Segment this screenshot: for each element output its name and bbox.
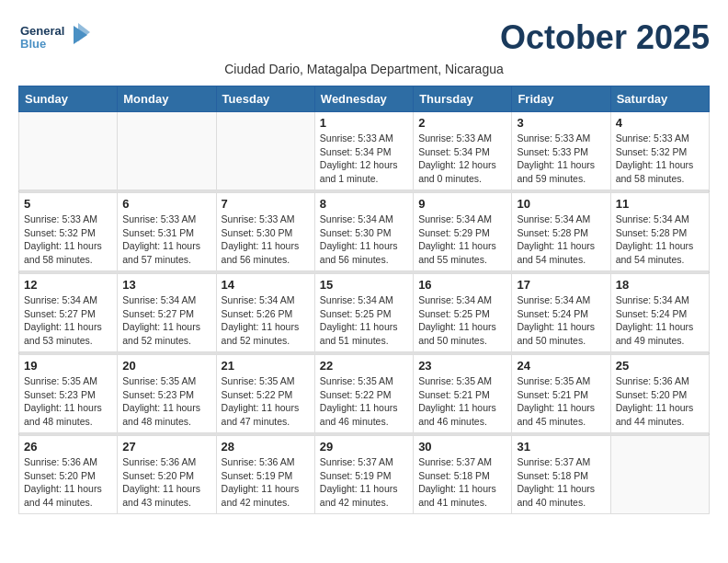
day-info: Sunrise: 5:33 AM Sunset: 5:32 PM Dayligh… — [24, 213, 112, 267]
day-info: Sunrise: 5:34 AM Sunset: 5:29 PM Dayligh… — [418, 213, 506, 267]
calendar-cell: 10Sunrise: 5:34 AM Sunset: 5:28 PM Dayli… — [512, 193, 610, 271]
day-info: Sunrise: 5:37 AM Sunset: 5:18 PM Dayligh… — [517, 455, 605, 510]
day-info: Sunrise: 5:34 AM Sunset: 5:25 PM Dayligh… — [418, 293, 506, 348]
day-number: 24 — [517, 359, 605, 373]
logo-svg: General Blue — [18, 18, 92, 55]
calendar-cell: 28Sunrise: 5:36 AM Sunset: 5:19 PM Dayli… — [216, 436, 314, 514]
day-info: Sunrise: 5:33 AM Sunset: 5:30 PM Dayligh… — [222, 213, 310, 267]
day-info: Sunrise: 5:37 AM Sunset: 5:19 PM Dayligh… — [320, 455, 408, 510]
day-info: Sunrise: 5:34 AM Sunset: 5:24 PM Dayligh… — [616, 293, 704, 348]
calendar-cell: 25Sunrise: 5:36 AM Sunset: 5:20 PM Dayli… — [610, 355, 709, 433]
day-number: 25 — [616, 359, 704, 373]
day-info: Sunrise: 5:34 AM Sunset: 5:30 PM Dayligh… — [320, 213, 408, 267]
calendar-cell: 3Sunrise: 5:33 AM Sunset: 5:33 PM Daylig… — [512, 112, 610, 190]
calendar-cell: 19Sunrise: 5:35 AM Sunset: 5:23 PM Dayli… — [19, 355, 118, 433]
calendar-week-1: 1Sunrise: 5:33 AM Sunset: 5:34 PM Daylig… — [19, 112, 710, 190]
calendar-cell: 13Sunrise: 5:34 AM Sunset: 5:27 PM Dayli… — [118, 274, 216, 352]
calendar-week-3: 12Sunrise: 5:34 AM Sunset: 5:27 PM Dayli… — [19, 274, 710, 352]
calendar-week-5: 26Sunrise: 5:36 AM Sunset: 5:20 PM Dayli… — [19, 436, 710, 514]
day-info: Sunrise: 5:33 AM Sunset: 5:31 PM Dayligh… — [122, 213, 210, 267]
day-number: 9 — [418, 197, 506, 211]
calendar-cell: 24Sunrise: 5:35 AM Sunset: 5:21 PM Dayli… — [512, 355, 610, 433]
day-number: 6 — [122, 197, 210, 211]
day-info: Sunrise: 5:33 AM Sunset: 5:34 PM Dayligh… — [320, 132, 408, 186]
calendar-cell: 7Sunrise: 5:33 AM Sunset: 5:30 PM Daylig… — [216, 193, 314, 271]
weekday-tuesday: Tuesday — [216, 86, 314, 112]
day-info: Sunrise: 5:36 AM Sunset: 5:20 PM Dayligh… — [122, 455, 210, 510]
day-number: 28 — [222, 440, 310, 454]
calendar-cell: 6Sunrise: 5:33 AM Sunset: 5:31 PM Daylig… — [118, 193, 216, 271]
day-number: 27 — [122, 440, 210, 454]
day-info: Sunrise: 5:34 AM Sunset: 5:28 PM Dayligh… — [616, 213, 704, 267]
calendar-week-2: 5Sunrise: 5:33 AM Sunset: 5:32 PM Daylig… — [19, 193, 710, 271]
day-number: 31 — [517, 440, 605, 454]
day-number: 8 — [320, 197, 408, 211]
day-number: 2 — [418, 116, 506, 130]
calendar-cell — [610, 436, 709, 514]
calendar-cell: 16Sunrise: 5:34 AM Sunset: 5:25 PM Dayli… — [414, 274, 512, 352]
calendar-cell: 27Sunrise: 5:36 AM Sunset: 5:20 PM Dayli… — [118, 436, 216, 514]
logo: General Blue — [18, 18, 92, 55]
calendar-cell: 20Sunrise: 5:35 AM Sunset: 5:23 PM Dayli… — [118, 355, 216, 433]
day-number: 18 — [616, 278, 704, 292]
day-info: Sunrise: 5:35 AM Sunset: 5:21 PM Dayligh… — [418, 374, 506, 429]
weekday-sunday: Sunday — [19, 86, 118, 112]
day-info: Sunrise: 5:35 AM Sunset: 5:21 PM Dayligh… — [517, 374, 605, 429]
calendar-cell: 12Sunrise: 5:34 AM Sunset: 5:27 PM Dayli… — [19, 274, 118, 352]
day-number: 16 — [418, 278, 506, 292]
day-info: Sunrise: 5:37 AM Sunset: 5:18 PM Dayligh… — [418, 455, 506, 510]
day-number: 3 — [517, 116, 605, 130]
day-number: 22 — [320, 359, 408, 373]
day-number: 15 — [320, 278, 408, 292]
calendar-cell: 18Sunrise: 5:34 AM Sunset: 5:24 PM Dayli… — [610, 274, 709, 352]
calendar-cell: 1Sunrise: 5:33 AM Sunset: 5:34 PM Daylig… — [314, 112, 413, 190]
calendar-cell: 2Sunrise: 5:33 AM Sunset: 5:34 PM Daylig… — [414, 112, 512, 190]
calendar-table: SundayMondayTuesdayWednesdayThursdayFrid… — [18, 86, 710, 514]
calendar-cell — [118, 112, 216, 190]
location-title: Ciudad Dario, Matagalpa Department, Nica… — [18, 62, 710, 76]
svg-text:General: General — [20, 24, 64, 38]
day-number: 26 — [24, 440, 112, 454]
calendar-cell: 8Sunrise: 5:34 AM Sunset: 5:30 PM Daylig… — [314, 193, 413, 271]
day-info: Sunrise: 5:35 AM Sunset: 5:23 PM Dayligh… — [24, 374, 112, 429]
calendar-cell: 14Sunrise: 5:34 AM Sunset: 5:26 PM Dayli… — [216, 274, 314, 352]
day-info: Sunrise: 5:35 AM Sunset: 5:22 PM Dayligh… — [222, 374, 310, 429]
day-info: Sunrise: 5:33 AM Sunset: 5:33 PM Dayligh… — [517, 132, 605, 186]
day-info: Sunrise: 5:36 AM Sunset: 5:20 PM Dayligh… — [24, 455, 112, 510]
calendar-cell: 26Sunrise: 5:36 AM Sunset: 5:20 PM Dayli… — [19, 436, 118, 514]
weekday-wednesday: Wednesday — [314, 86, 413, 112]
calendar-cell: 31Sunrise: 5:37 AM Sunset: 5:18 PM Dayli… — [512, 436, 610, 514]
day-number: 4 — [616, 116, 704, 130]
calendar-cell: 9Sunrise: 5:34 AM Sunset: 5:29 PM Daylig… — [414, 193, 512, 271]
weekday-friday: Friday — [512, 86, 610, 112]
day-number: 23 — [418, 359, 506, 373]
day-info: Sunrise: 5:34 AM Sunset: 5:25 PM Dayligh… — [320, 293, 408, 348]
calendar-cell: 5Sunrise: 5:33 AM Sunset: 5:32 PM Daylig… — [19, 193, 118, 271]
calendar-cell: 11Sunrise: 5:34 AM Sunset: 5:28 PM Dayli… — [610, 193, 709, 271]
day-number: 11 — [616, 197, 704, 211]
day-number: 30 — [418, 440, 506, 454]
weekday-header-row: SundayMondayTuesdayWednesdayThursdayFrid… — [19, 86, 710, 112]
calendar-cell: 4Sunrise: 5:33 AM Sunset: 5:32 PM Daylig… — [610, 112, 709, 190]
day-number: 12 — [24, 278, 112, 292]
day-number: 14 — [222, 278, 310, 292]
day-number: 17 — [517, 278, 605, 292]
day-number: 7 — [222, 197, 310, 211]
day-info: Sunrise: 5:36 AM Sunset: 5:20 PM Dayligh… — [616, 374, 704, 429]
day-info: Sunrise: 5:34 AM Sunset: 5:26 PM Dayligh… — [222, 293, 310, 348]
calendar-cell: 30Sunrise: 5:37 AM Sunset: 5:18 PM Dayli… — [414, 436, 512, 514]
day-number: 5 — [24, 197, 112, 211]
day-info: Sunrise: 5:35 AM Sunset: 5:23 PM Dayligh… — [122, 374, 210, 429]
day-number: 1 — [320, 116, 408, 130]
day-number: 20 — [122, 359, 210, 373]
month-title: October 2025 — [500, 18, 710, 57]
calendar-cell: 15Sunrise: 5:34 AM Sunset: 5:25 PM Dayli… — [314, 274, 413, 352]
day-info: Sunrise: 5:33 AM Sunset: 5:32 PM Dayligh… — [616, 132, 704, 186]
day-info: Sunrise: 5:34 AM Sunset: 5:24 PM Dayligh… — [517, 293, 605, 348]
svg-text:Blue: Blue — [20, 37, 46, 51]
calendar-cell — [216, 112, 314, 190]
calendar-week-4: 19Sunrise: 5:35 AM Sunset: 5:23 PM Dayli… — [19, 355, 710, 433]
calendar-cell: 23Sunrise: 5:35 AM Sunset: 5:21 PM Dayli… — [414, 355, 512, 433]
day-info: Sunrise: 5:34 AM Sunset: 5:27 PM Dayligh… — [122, 293, 210, 348]
day-info: Sunrise: 5:34 AM Sunset: 5:27 PM Dayligh… — [24, 293, 112, 348]
